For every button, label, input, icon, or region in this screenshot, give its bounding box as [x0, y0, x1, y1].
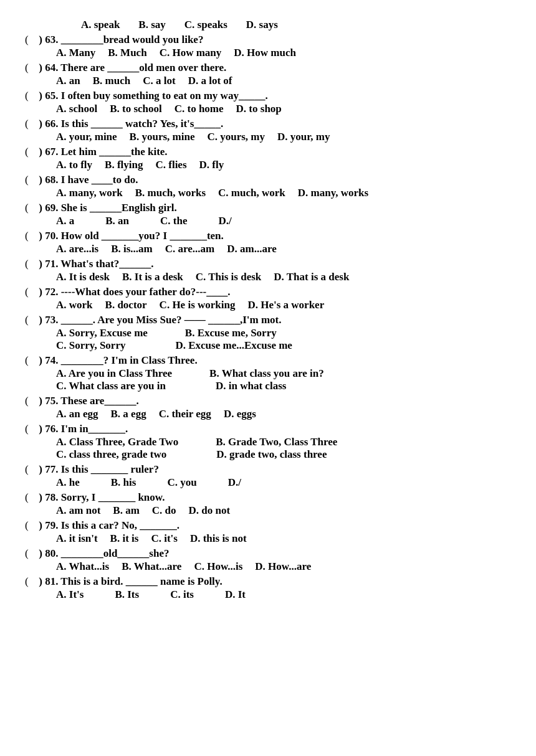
question-79-line: ( ) 79. Is this a car? No, _______. [25, 519, 511, 532]
question-67: ( ) 67. Let him ______the kite. A. to fl… [25, 146, 511, 171]
q80-opt-c: C. How...is [194, 560, 242, 573]
question-74-text: ) 74. ________? I'm in Class Three. [36, 354, 511, 367]
q79-opt-d: D. this is not [190, 532, 247, 545]
q73-opt-b: B. Excuse me, Sorry [185, 327, 277, 339]
question-81-line: ( ) 81. This is a bird. ______ name is P… [25, 575, 511, 588]
question-77-line: ( ) 77. Is this _______ ruler? [25, 463, 511, 476]
paren-left-66: ( [25, 118, 36, 130]
paren-left-64: ( [25, 62, 36, 74]
q72-opt-c: C. He is working [160, 299, 236, 311]
question-74: ( ) 74. ________? I'm in Class Three. A.… [25, 354, 511, 392]
question-81: ( ) 81. This is a bird. ______ name is P… [25, 575, 511, 601]
q74-row1: A. Are you in Class Three B. What class … [56, 367, 511, 380]
paren-left-70: ( [25, 230, 36, 242]
question-68: ( ) 68. I have ____to do. A. many, work … [25, 174, 511, 199]
q76-opt-b: B. Grade Two, Class Three [216, 436, 337, 448]
question-81-options: A. It's B. Its C. its D. It [25, 588, 511, 601]
q73-row2: C. Sorry, Sorry D. Excuse me...Excuse me [56, 339, 511, 352]
question-64: ( ) 64. There are ______old men over the… [25, 62, 511, 87]
paren-left-76: ( [25, 423, 36, 435]
question-67-line: ( ) 67. Let him ______the kite. [25, 146, 511, 158]
q68-opt-d: D. many, works [298, 187, 368, 199]
question-64-options: A. an B. much C. a lot D. a lot of [25, 75, 511, 87]
question-73-text: ) 73. ______. Are you Miss Sue? —— _____… [36, 314, 511, 326]
question-75-text: ) 75. These are______. [36, 395, 511, 407]
q69-opt-b: B. an [105, 215, 129, 227]
q81-opt-b: B. Its [115, 588, 139, 601]
q70-opt-b: B. is...am [111, 243, 153, 255]
q68-opt-b: B. much, works [135, 187, 206, 199]
q78-opt-b: B. am [113, 504, 140, 517]
q80-opt-b: B. What...are [122, 560, 181, 573]
question-66-text: ) 66. Is this ______ watch? Yes, it's___… [36, 118, 511, 130]
q64-opt-a: A. an [56, 75, 80, 87]
question-76: ( ) 76. I'm in_______. A. Class Three, G… [25, 423, 511, 461]
question-72-options: A. work B. doctor C. He is working D. He… [25, 299, 511, 311]
q70-opt-a: A. are...is [56, 243, 98, 255]
question-73-line: ( ) 73. ______. Are you Miss Sue? —— ___… [25, 314, 511, 326]
q72-opt-a: A. work [56, 299, 93, 311]
question-65-options: A. school B. to school C. to home D. to … [25, 103, 511, 115]
question-66-line: ( ) 66. Is this ______ watch? Yes, it's_… [25, 118, 511, 130]
q76-opt-a: A. Class Three, Grade Two [56, 436, 178, 448]
q75-opt-d: D. eggs [224, 408, 256, 420]
question-72-line: ( ) 72. ----What does your father do?---… [25, 286, 511, 298]
question-66-options: A. your, mine B. yours, mine C. yours, m… [25, 131, 511, 143]
question-72-text: ) 72. ----What does your father do?---__… [36, 286, 511, 298]
question-75-options: A. an egg B. a egg C. their egg D. eggs [25, 408, 511, 420]
q80-opt-d: D. How...are [255, 560, 311, 573]
q71-opt-d: D. That is a desk [274, 271, 349, 283]
q65-opt-b: B. to school [110, 103, 162, 115]
question-65-text: ) 65. I often buy something to eat on my… [36, 90, 511, 102]
q64-opt-b: B. much [93, 75, 130, 87]
paren-left-71: ( [25, 258, 36, 270]
q78-opt-a: A. am not [56, 504, 100, 517]
q65-opt-d: D. to shop [236, 103, 282, 115]
q76-opt-d: D. grade two, class three [216, 448, 327, 461]
question-72: ( ) 72. ----What does your father do?---… [25, 286, 511, 311]
q67-opt-a: A. to fly [56, 159, 92, 171]
question-79-options: A. it isn't B. it is C. it's D. this is … [25, 532, 511, 545]
question-78: ( ) 78. Sorry, I _______ know. A. am not… [25, 491, 511, 517]
q76-row1: A. Class Three, Grade Two B. Grade Two, … [56, 436, 511, 448]
question-79: ( ) 79. Is this a car? No, _______. A. i… [25, 519, 511, 545]
question-80-options: A. What...is B. What...are C. How...is D… [25, 560, 511, 573]
q77-opt-c: C. you [167, 476, 196, 489]
q74-opt-b: B. What class you are in? [209, 367, 324, 380]
paren-left-78: ( [25, 491, 36, 504]
question-76-options: A. Class Three, Grade Two B. Grade Two, … [25, 436, 511, 461]
option-b-say: B. say [138, 19, 165, 31]
q81-opt-a: A. It's [56, 588, 84, 601]
q73-row1: A. Sorry, Excuse me B. Excuse me, Sorry [56, 327, 511, 339]
q67-opt-c: C. flies [155, 159, 186, 171]
question-69-options: A. a B. an C. the D./ [25, 215, 511, 227]
q73-opt-d: D. Excuse me...Excuse me [175, 339, 292, 352]
q71-opt-b: B. It is a desk [122, 271, 183, 283]
q73-opt-a: A. Sorry, Excuse me [56, 327, 148, 339]
paren-left-74: ( [25, 354, 36, 367]
q77-opt-b: B. his [111, 476, 136, 489]
q63-opt-b: B. Much [108, 47, 146, 59]
q66-opt-c: C. yours, my [207, 131, 265, 143]
paren-left-80: ( [25, 547, 36, 560]
question-65: ( ) 65. I often buy something to eat on … [25, 90, 511, 115]
question-64-line: ( ) 64. There are ______old men over the… [25, 62, 511, 74]
paren-left-79: ( [25, 519, 36, 532]
q66-opt-a: A. your, mine [56, 131, 117, 143]
q68-opt-c: C. much, work [218, 187, 285, 199]
question-71-text: ) 71. What's that?______. [36, 258, 511, 270]
q75-opt-c: C. their egg [159, 408, 211, 420]
question-73-options: A. Sorry, Excuse me B. Excuse me, Sorry … [25, 327, 511, 352]
question-69: ( ) 69. She is ______English girl. A. a … [25, 202, 511, 227]
paren-left-72: ( [25, 286, 36, 298]
q74-opt-d: D. in what class [216, 380, 286, 392]
q79-opt-a: A. it isn't [56, 532, 98, 545]
question-70-line: ( ) 70. How old _______you? I _______ten… [25, 230, 511, 242]
question-78-text: ) 78. Sorry, I _______ know. [36, 491, 511, 504]
question-73: ( ) 73. ______. Are you Miss Sue? —— ___… [25, 314, 511, 352]
question-74-line: ( ) 74. ________? I'm in Class Three. [25, 354, 511, 367]
q69-opt-a: A. a [56, 215, 74, 227]
exam-page: A. speak B. say C. speaks D. says ( ) 63… [25, 19, 511, 601]
q79-opt-b: B. it is [110, 532, 139, 545]
q74-opt-c: C. What class are you in [56, 380, 166, 392]
